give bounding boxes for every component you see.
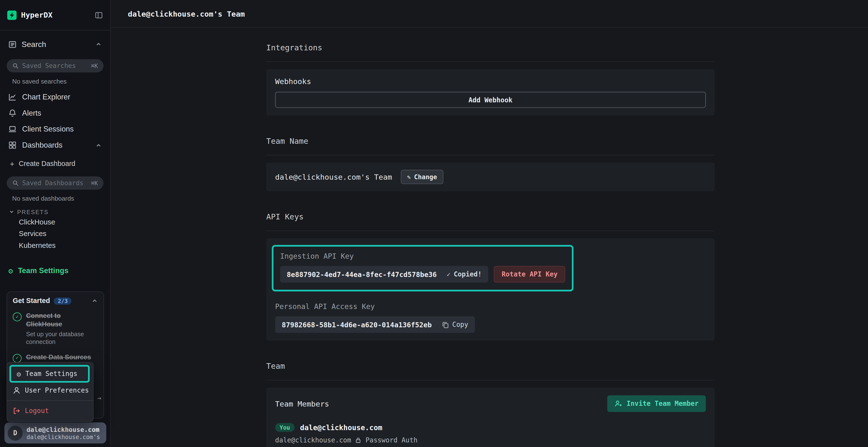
presets-label: PRESETS	[17, 209, 49, 215]
section-divider	[266, 231, 715, 231]
sidebar-item-client-sessions[interactable]: Client Sessions	[0, 121, 110, 137]
chart-icon	[8, 93, 17, 101]
saved-searches-input[interactable]	[22, 62, 88, 70]
chevron-up-icon[interactable]	[95, 41, 102, 48]
get-started-header: Get Started 2/3	[13, 297, 98, 305]
page-title: dale@clickhouse.com's Team	[128, 9, 245, 18]
bell-icon	[8, 109, 17, 117]
check-circle-icon: ✓	[13, 312, 22, 321]
check-icon: ✓	[447, 271, 451, 277]
section-title-team-name: Team Name	[266, 137, 715, 148]
sidebar-section-search[interactable]: Search	[0, 36, 110, 53]
api-key-text: 8e887902-4ed7-44ea-8fec-f47cd578be36	[287, 270, 437, 278]
sidebar-item-alerts[interactable]: Alerts	[0, 105, 110, 121]
section-title-integrations: Integrations	[266, 43, 715, 54]
you-badge: You	[275, 423, 294, 432]
step-title: Create Data Sources	[26, 353, 91, 361]
chevron-up-icon[interactable]	[91, 298, 98, 304]
nav-label: Alerts	[22, 109, 41, 117]
sidebar-item-dashboards[interactable]: Dashboards	[0, 137, 110, 153]
lock-icon	[355, 437, 362, 444]
app-title: HyperDX	[21, 10, 53, 20]
copy-button[interactable]: Copy	[442, 321, 468, 329]
team-name-value: dale@clickhouse.com's Team	[275, 172, 392, 181]
saved-searches-input-wrap[interactable]: ⌘K	[7, 59, 104, 72]
add-webhook-button[interactable]: Add Webhook	[275, 92, 706, 108]
create-dashboard-button[interactable]: + Create Dashboard	[0, 157, 110, 171]
gear-icon: ⚙	[17, 370, 21, 377]
user-email: dale@clickhouse.com	[27, 426, 100, 434]
settings-content: Integrations Webhooks Add Webhook Team N…	[111, 28, 715, 447]
user-icon	[13, 386, 21, 394]
annotation-highlight-ingestion-key: Ingestion API Key 8e887902-4ed7-44ea-8fe…	[272, 245, 574, 291]
member-email: dale@clickhouse.com	[275, 436, 351, 444]
nav-label: Dashboards	[22, 141, 62, 149]
no-saved-dashboards-text: No saved dashboards	[12, 195, 110, 202]
sidebar-item-team-settings[interactable]: ⚙ Team Settings	[0, 267, 110, 275]
nav-label: Chart Explorer	[22, 93, 70, 101]
get-started-title: Get Started	[13, 297, 50, 305]
section-divider	[266, 155, 715, 156]
get-started-step[interactable]: ✓ Connect to ClickHouse Set up your data…	[13, 312, 98, 346]
saved-dashboards-input-wrap[interactable]: ⌘K	[7, 176, 104, 190]
preset-item-clickhouse[interactable]: ClickHouse	[0, 216, 110, 228]
sidebar-nav: Chart Explorer Alerts Client Sessions Da…	[0, 89, 110, 153]
logo-wrap[interactable]: HyperDX	[7, 10, 53, 20]
menu-item-label: Logout	[25, 407, 49, 415]
rotate-api-key-button[interactable]: Rotate API Key	[494, 266, 565, 282]
section-title-team: Team	[266, 362, 715, 373]
ingestion-api-key-value[interactable]: 8e887902-4ed7-44ea-8fec-f47cd578be36 ✓ C…	[280, 266, 489, 282]
no-saved-searches-text: No saved searches	[12, 78, 110, 85]
arrow-right-icon: →	[97, 395, 101, 402]
menu-item-label: User Preferences	[25, 386, 89, 394]
presets-toggle[interactable]: PRESETS	[9, 209, 110, 215]
saved-dashboards-input[interactable]	[22, 179, 88, 187]
menu-item-team-settings[interactable]: ⚙ Team Settings	[11, 367, 83, 381]
menu-divider	[7, 400, 93, 401]
section-divider	[266, 61, 715, 62]
search-icon	[12, 62, 19, 69]
search-section-label: Search	[22, 40, 46, 49]
nav-label: Client Sessions	[22, 125, 74, 133]
preset-item-kubernetes[interactable]: Kubernetes	[0, 239, 110, 251]
section-divider	[266, 380, 715, 380]
webhooks-card: Webhooks Add Webhook	[266, 69, 715, 115]
change-team-name-button[interactable]: ✎ Change	[401, 170, 443, 184]
pencil-icon: ✎	[407, 174, 411, 180]
chevron-up-icon[interactable]	[95, 142, 102, 148]
user-menu-popup: ⚙ Team Settings User Preferences Logout	[7, 362, 94, 422]
api-key-text: 87982668-58b1-4d6e-a620-014a136f52eb	[282, 320, 432, 329]
invite-team-member-button[interactable]: Invite Team Member	[607, 396, 706, 412]
member-name: dale@clickhouse.com	[300, 423, 382, 432]
copied-indicator: ✓ Copied!	[447, 271, 482, 278]
plus-icon: +	[10, 160, 14, 167]
check-circle-icon: ✓	[13, 353, 22, 363]
member-auth-method: Password Auth	[366, 436, 417, 444]
clipboard-icon	[442, 321, 449, 328]
user-profile-button[interactable]: D dale@clickhouse.com dale@clickhouse.co…	[4, 422, 106, 443]
chevron-down-icon	[9, 209, 14, 215]
collapse-sidebar-icon[interactable]	[95, 11, 103, 19]
shortcut-badge: ⌘K	[91, 180, 98, 186]
webhooks-title: Webhooks	[275, 77, 706, 86]
main-area: dale@clickhouse.com's Team Integrations …	[111, 0, 868, 447]
team-members-card: Team Members Invite Team Member You dale…	[266, 387, 715, 447]
team-name-card: dale@clickhouse.com's Team ✎ Change	[266, 163, 715, 191]
search-icon	[12, 180, 19, 186]
menu-item-logout[interactable]: Logout	[7, 404, 93, 418]
step-description: Set up your database connection	[26, 330, 98, 346]
shortcut-badge: ⌘K	[91, 62, 98, 69]
grid-icon	[8, 141, 17, 149]
menu-item-user-preferences[interactable]: User Preferences	[7, 383, 93, 398]
person-plus-icon	[614, 400, 622, 408]
sidebar: HyperDX Search ⌘K No saved searches	[0, 0, 111, 447]
preset-item-services[interactable]: Services	[0, 228, 110, 239]
personal-api-key-value[interactable]: 87982668-58b1-4d6e-a620-014a136f52eb Cop…	[275, 316, 475, 333]
section-title-api-keys: API Keys	[266, 212, 715, 224]
team-member-row: You dale@clickhouse.com dale@clickhouse.…	[275, 423, 706, 444]
create-dashboard-label: Create Dashboard	[19, 160, 75, 168]
hyperdx-logo-icon	[7, 10, 17, 20]
gear-icon: ⚙	[8, 267, 13, 275]
top-bar: dale@clickhouse.com's Team	[111, 0, 868, 28]
sidebar-item-chart-explorer[interactable]: Chart Explorer	[0, 89, 110, 105]
